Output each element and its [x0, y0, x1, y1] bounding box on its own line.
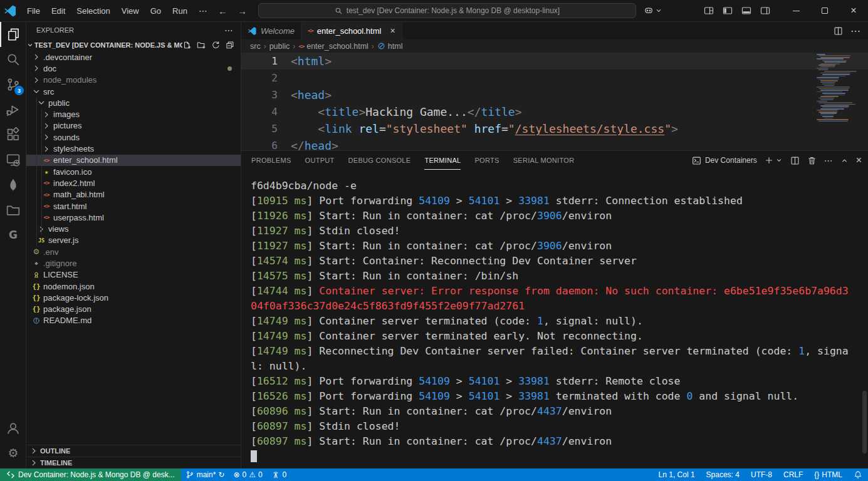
new-terminal-button[interactable] — [765, 156, 773, 165]
activity-settings-button[interactable]: ⚙ — [0, 441, 26, 466]
toggle-panel-icon[interactable] — [741, 6, 751, 16]
activity-mongodb-button[interactable] — [0, 172, 26, 197]
toggle-secondary-sidebar-icon[interactable] — [760, 6, 770, 16]
kill-terminal-button[interactable] — [807, 156, 817, 165]
menu-run[interactable]: Run — [167, 4, 193, 18]
toggle-sidebar-icon[interactable] — [723, 6, 733, 16]
minimize-button[interactable] — [782, 0, 810, 22]
tree-item-server-js[interactable]: JSserver.js — [26, 235, 241, 246]
activity-gitlens-button[interactable]: G — [0, 222, 26, 247]
tree-item-env[interactable]: ⚙.env — [26, 246, 241, 257]
nav-forward-icon[interactable]: → — [233, 6, 252, 16]
terminal-dropdown-chevron-icon[interactable] — [775, 157, 783, 164]
tree-item-package-json[interactable]: {}package.json — [26, 304, 241, 315]
tab-enter-school-html[interactable]: <>enter_school.html× — [301, 22, 402, 39]
tree-item-start-html[interactable]: <>start.html — [26, 200, 241, 212]
command-center-search[interactable]: test_dev [Dev Container: Node.js & Mongo… — [258, 3, 636, 18]
close-panel-button[interactable]: × — [856, 155, 862, 166]
panel-tab-ports[interactable]: PORTS — [474, 151, 499, 170]
problems-status[interactable]: ⊗ 0 ⚠ 0 — [229, 468, 266, 481]
project-section-header[interactable]: TEST_DEV [DEV CONTAINER: NODE.JS & MONGO… — [26, 38, 241, 51]
refresh-explorer-button[interactable] — [211, 41, 220, 49]
breadcrumb-src[interactable]: src — [250, 42, 261, 51]
menu-edit[interactable]: Edit — [46, 4, 71, 18]
activity-containers-button[interactable] — [0, 197, 26, 222]
tree-item-gitignore[interactable]: ◆.gitignore — [26, 257, 241, 269]
split-editor-button[interactable] — [834, 26, 843, 36]
tree-item-readme-md[interactable]: README.md — [26, 315, 241, 326]
nav-back-icon[interactable]: ← — [213, 6, 233, 16]
ports-status[interactable]: 0 — [267, 468, 291, 481]
tree-item-favicon-ico[interactable]: ★favicon.ico — [26, 166, 241, 177]
collapse-folders-button[interactable] — [226, 41, 234, 49]
panel-tab-problems[interactable]: PROBLEMS — [251, 151, 291, 170]
panel-more-actions-button[interactable]: ⋯ — [824, 155, 833, 165]
terminal-scrollbar[interactable] — [862, 391, 867, 453]
tree-item-userpass-html[interactable]: <>userpass.html — [26, 212, 241, 223]
editor-more-actions-button[interactable]: ⋯ — [850, 25, 860, 37]
tree-item-license[interactable]: LICENSE — [26, 269, 241, 281]
sidebar-more-actions-button[interactable]: ⋯ — [224, 25, 233, 35]
tree-item-math-abi-html[interactable]: <>math_abi.html — [26, 189, 241, 200]
close-button[interactable]: × — [839, 0, 868, 22]
cursor-position[interactable]: Ln 1, Col 1 — [653, 468, 701, 481]
breadcrumb-enter-school-html[interactable]: <>enter_school.html — [298, 42, 369, 51]
indentation-setting[interactable]: Spaces: 4 — [701, 468, 745, 481]
customize-layout-icon[interactable] — [704, 6, 714, 16]
tree-item-views[interactable]: views — [26, 223, 241, 234]
breadcrumb-html[interactable]: html — [377, 42, 403, 51]
tab-welcome[interactable]: Welcome — [241, 22, 301, 39]
section-timeline[interactable]: TIMELINE — [26, 457, 241, 468]
tree-item-doc[interactable]: doc — [26, 63, 241, 74]
encoding-setting[interactable]: UTF-8 — [745, 468, 778, 481]
tree-item-public[interactable]: public — [26, 97, 241, 108]
branch-status[interactable]: main* ↻ — [181, 468, 229, 481]
new-file-button[interactable] — [182, 41, 191, 49]
notifications-bell[interactable] — [848, 468, 868, 481]
tree-item-nodemon-json[interactable]: {}nodemon.json — [26, 281, 241, 292]
tree-item-images[interactable]: images — [26, 108, 241, 120]
code-editor[interactable]: 1<html>23<head>4 <title>Hacking Game...<… — [241, 53, 868, 150]
activity-accounts-button[interactable] — [0, 416, 26, 441]
menu-selection[interactable]: Selection — [71, 4, 115, 18]
panel-tab-serial-monitor[interactable]: SERIAL MONITOR — [513, 151, 575, 170]
activity-explorer-button[interactable] — [0, 22, 26, 47]
panel-tab-terminal[interactable]: TERMINAL — [424, 151, 461, 170]
minimap-line — [820, 82, 835, 83]
close-tab-icon[interactable]: × — [390, 26, 395, 36]
split-terminal-button[interactable] — [790, 156, 800, 165]
terminal-instance-selector[interactable]: Dev Containers — [692, 156, 757, 165]
minimap[interactable] — [815, 54, 854, 122]
tree-item-sounds[interactable]: sounds — [26, 132, 241, 143]
tree-item-index2-html[interactable]: <>index2.html — [26, 177, 241, 189]
tree-item-node-modules[interactable]: node_modules — [26, 75, 241, 86]
activity-extensions-button[interactable] — [0, 122, 26, 147]
new-folder-button[interactable] — [197, 41, 206, 49]
menu-overflow-button[interactable]: ⋯ — [193, 6, 213, 16]
panel-tab-output[interactable]: OUTPUT — [305, 151, 335, 170]
copilot-button[interactable] — [640, 6, 666, 16]
language-mode[interactable]: {} HTML — [808, 468, 848, 481]
menu-view[interactable]: View — [116, 4, 145, 18]
menu-go[interactable]: Go — [145, 4, 167, 18]
maximize-button[interactable] — [810, 0, 839, 22]
terminal-output[interactable]: f6d4b9cba/node -e[10915 ms] Port forward… — [241, 170, 868, 464]
tree-item-enter-school-html[interactable]: <>enter_school.html — [26, 155, 241, 166]
chevron-down-icon — [31, 87, 41, 96]
breadcrumb-public[interactable]: public — [269, 42, 290, 51]
remote-indicator[interactable]: Dev Container: Node.js & Mongo DB @ desk… — [0, 468, 181, 481]
activity-source-control-button[interactable]: 3 — [0, 72, 26, 97]
activity-search-button[interactable] — [0, 47, 26, 72]
section-outline[interactable]: OUTLINE — [26, 445, 241, 457]
menu-file[interactable]: File — [21, 4, 46, 18]
maximize-panel-icon[interactable] — [840, 157, 849, 165]
tree-item-stylesheets[interactable]: stylesheets — [26, 143, 241, 154]
activity-run-debug-button[interactable] — [0, 97, 26, 122]
tree-item-package-lock-json[interactable]: {}package-lock.json — [26, 292, 241, 303]
tree-item-devcontainer[interactable]: .devcontainer — [26, 51, 241, 63]
eol-setting[interactable]: CRLF — [778, 468, 808, 481]
tree-item-src[interactable]: src — [26, 86, 241, 97]
tree-item-pictures[interactable]: pictures — [26, 120, 241, 132]
panel-tab-debug-console[interactable]: DEBUG CONSOLE — [348, 151, 411, 170]
activity-remote-explorer-button[interactable] — [0, 147, 26, 172]
